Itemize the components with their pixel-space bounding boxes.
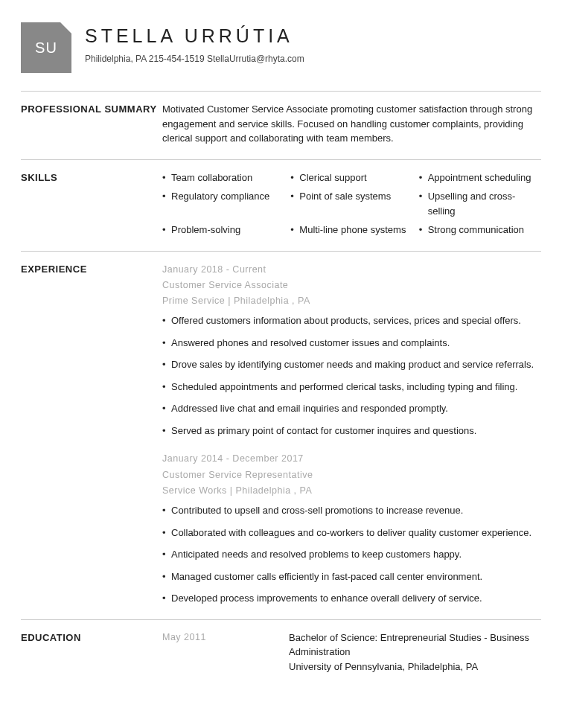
contact-line: Philidelphia, PA 215-454-1519 StellaUrru… bbox=[85, 52, 304, 66]
job-bullets: Contributed to upsell and cross-sell pro… bbox=[162, 503, 541, 606]
job-bullet: Scheduled appointments and performed cle… bbox=[162, 380, 541, 395]
skill-item: Problem-solving bbox=[162, 223, 284, 237]
job-company: Service Works | Philadelphia , PA bbox=[162, 483, 541, 499]
education-school: University of Pennsylvania, Philadelphia… bbox=[289, 660, 541, 674]
section-summary: PROFESSIONAL SUMMARY Motivated Customer … bbox=[21, 91, 541, 159]
section-education: EDUCATION May 2011 Bachelor of Science: … bbox=[21, 619, 541, 688]
skill-item: Appointment scheduling bbox=[419, 170, 541, 185]
job-meta: January 2018 - CurrentCustomer Service A… bbox=[162, 262, 541, 310]
job-title: Customer Service Representative bbox=[162, 467, 541, 483]
job-bullet: Anticipated needs and resolved problems … bbox=[162, 547, 541, 562]
job-dates: January 2014 - December 2017 bbox=[162, 451, 541, 467]
job-dates: January 2018 - Current bbox=[162, 262, 541, 278]
job-bullet: Served as primary point of contact for c… bbox=[162, 424, 541, 438]
experience-label: EXPERIENCE bbox=[21, 262, 162, 606]
section-skills: SKILLS Team collaborationClerical suppor… bbox=[21, 159, 541, 251]
full-name: STELLA URRÚTIA bbox=[85, 22, 304, 51]
skill-item: Regulatory compliance bbox=[162, 189, 284, 218]
job-bullet: Answered phones and resolved customer is… bbox=[162, 336, 541, 351]
summary-label: PROFESSIONAL SUMMARY bbox=[21, 102, 162, 146]
section-experience: EXPERIENCE January 2018 - CurrentCustome… bbox=[21, 251, 541, 619]
job: January 2018 - CurrentCustomer Service A… bbox=[162, 262, 541, 438]
education-date: May 2011 bbox=[162, 630, 289, 674]
skills-grid: Team collaborationClerical supportAppoin… bbox=[162, 170, 541, 237]
job: January 2014 - December 2017Customer Ser… bbox=[162, 451, 541, 605]
skills-label: SKILLS bbox=[21, 170, 162, 237]
monogram-badge: SU bbox=[21, 22, 71, 73]
skill-item: Multi-line phone systems bbox=[290, 223, 412, 237]
job-bullet: Managed customer calls efficiently in fa… bbox=[162, 569, 541, 584]
summary-text: Motivated Customer Service Associate pro… bbox=[162, 102, 541, 146]
job-meta: January 2014 - December 2017Customer Ser… bbox=[162, 451, 541, 499]
skill-item: Point of sale systems bbox=[290, 189, 412, 218]
education-degree: Bachelor of Science: Entrepreneurial Stu… bbox=[289, 630, 541, 660]
job-bullet: Offered customers information about prod… bbox=[162, 313, 541, 328]
job-bullets: Offered customers information about prod… bbox=[162, 313, 541, 438]
job-bullet: Developed process improvements to enhanc… bbox=[162, 591, 541, 606]
skill-item: Clerical support bbox=[290, 170, 412, 185]
job-title: Customer Service Associate bbox=[162, 278, 541, 293]
initials: SU bbox=[35, 36, 57, 59]
skill-item: Upselling and cross-selling bbox=[419, 189, 541, 218]
job-bullet: Drove sales by identifying customer need… bbox=[162, 357, 541, 372]
header: SU STELLA URRÚTIA Philidelphia, PA 215-4… bbox=[21, 22, 541, 73]
education-label: EDUCATION bbox=[21, 630, 162, 674]
skill-item: Strong communication bbox=[419, 223, 541, 237]
job-bullet: Addressed live chat and email inquiries … bbox=[162, 401, 541, 416]
jobs-list: January 2018 - CurrentCustomer Service A… bbox=[162, 262, 541, 606]
job-bullet: Contributed to upsell and cross-sell pro… bbox=[162, 503, 541, 518]
skill-item: Team collaboration bbox=[162, 170, 284, 185]
job-company: Prime Service | Philadelphia , PA bbox=[162, 293, 541, 309]
job-bullet: Collaborated with colleagues and co-work… bbox=[162, 526, 541, 540]
